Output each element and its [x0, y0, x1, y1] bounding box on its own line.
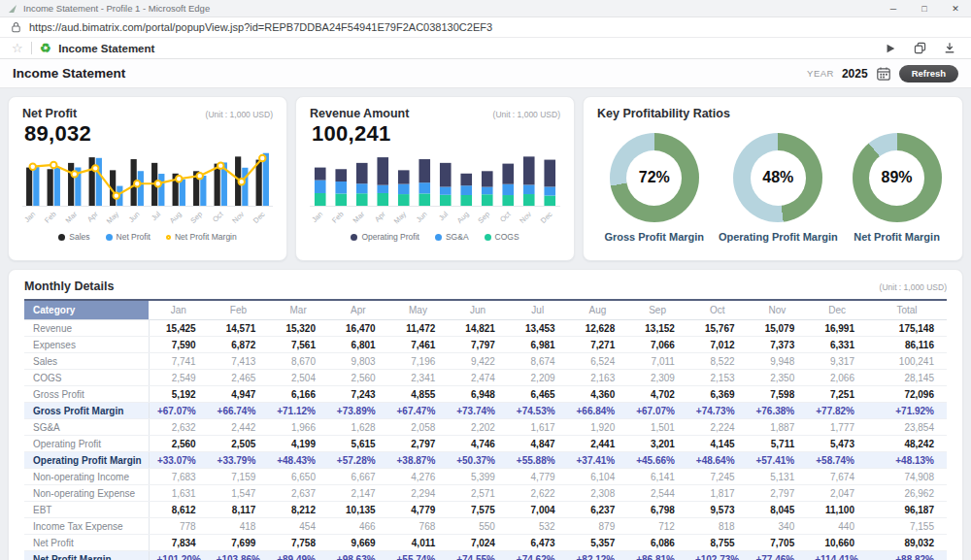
- x-axis-label: Apr: [85, 210, 100, 224]
- legend-item[interactable]: COGS: [485, 232, 519, 242]
- dashboard-content: Net Profit (Unit : 1,000 USD) 89,032 Jan…: [0, 88, 971, 560]
- table-cell: 6,948: [448, 386, 508, 403]
- table-cell: +86.81%: [627, 551, 687, 560]
- table-cell: 2,560: [328, 370, 388, 386]
- table-cell: 2,797: [388, 436, 449, 452]
- legend-item[interactable]: Operating Profit: [351, 232, 419, 242]
- donut-label: Gross Profit Margin: [604, 231, 704, 243]
- table-row: Expenses7,5906,8727,5616,8017,4617,7976,…: [24, 337, 947, 353]
- legend-item[interactable]: Net Profit: [106, 232, 151, 242]
- table-cell: 2,047: [807, 485, 867, 502]
- table-row: Gross Profit5,1924,9476,1667,2434,8556,9…: [24, 386, 947, 403]
- table-row: COGS2,5492,4652,5042,5602,3412,4742,2092…: [24, 370, 947, 386]
- table-cell: 7,834: [149, 535, 209, 551]
- table-cell: 6,667: [328, 469, 388, 485]
- column-header: Feb: [209, 300, 269, 320]
- x-axis-label: Jul: [150, 210, 162, 222]
- table-cell: 2,153: [687, 370, 748, 386]
- table-cell: 2,163: [568, 370, 628, 386]
- table-cell: 2,441: [568, 436, 628, 452]
- table-cell: 532: [508, 518, 568, 535]
- table-cell: +71.92%: [867, 403, 947, 419]
- table-cell: 712: [627, 518, 687, 535]
- page-header: Income Statement YEAR 2025 Refresh: [0, 59, 971, 88]
- donut-label: Net Profit Margin: [854, 231, 940, 243]
- table-cell: 1,501: [627, 419, 687, 436]
- address-bar[interactable]: https://aud.bimatrix.com/portal/popupVie…: [0, 17, 971, 38]
- legend-item[interactable]: Sales: [58, 232, 89, 242]
- legend-item[interactable]: Net Profit Margin: [166, 232, 237, 242]
- x-axis-label: May: [105, 210, 121, 226]
- table-cell: +45.66%: [627, 452, 687, 469]
- close-button[interactable]: ✕: [940, 0, 971, 17]
- favorite-star-icon[interactable]: ☆: [12, 42, 23, 54]
- column-header: Jun: [448, 300, 508, 320]
- year-value[interactable]: 2025: [842, 67, 868, 81]
- column-header: Category: [24, 300, 149, 320]
- table-cell: 7,699: [209, 535, 269, 551]
- table-cell: +82.12%: [568, 551, 628, 560]
- refresh-button[interactable]: Refresh: [899, 65, 958, 82]
- net-profit-value: 89,032: [24, 121, 273, 147]
- column-header: May: [388, 300, 449, 320]
- donut-chart: 72%Gross Profit Margin: [604, 133, 704, 243]
- column-header: Nov: [748, 300, 808, 320]
- table-cell: 6,981: [508, 337, 568, 353]
- table-cell: 175,148: [867, 320, 947, 337]
- table-cell: 7,243: [328, 386, 388, 403]
- download-button[interactable]: [944, 42, 955, 54]
- table-cell: 768: [388, 518, 449, 535]
- table-cell: 16,470: [328, 320, 388, 337]
- legend-label: Net Profit: [117, 232, 151, 242]
- revenue-unit: (Unit : 1,000 USD): [493, 110, 560, 119]
- table-cell: +67.07%: [149, 403, 209, 419]
- minimize-button[interactable]: ─: [878, 0, 909, 17]
- table-cell: 9,573: [687, 502, 748, 518]
- copy-pages-button[interactable]: [914, 42, 926, 54]
- table-cell: 1,777: [807, 419, 867, 436]
- play-button[interactable]: [885, 43, 896, 54]
- table-cell: +98.63%: [328, 551, 388, 560]
- table-cell: 7,196: [388, 353, 449, 370]
- table-cell: 2,474: [448, 370, 508, 386]
- table-cell: 2,294: [388, 485, 449, 502]
- table-cell: 2,066: [807, 370, 867, 386]
- table-cell: 7,066: [627, 337, 687, 353]
- table-cell: 2,058: [388, 419, 449, 436]
- x-axis-label: Aug: [168, 210, 184, 225]
- x-axis-label: Nov: [230, 210, 246, 225]
- donut-value: 72%: [626, 150, 682, 206]
- table-cell: 6,524: [568, 353, 628, 370]
- table-cell: 418: [209, 518, 269, 535]
- table-cell: 778: [149, 518, 209, 535]
- table-cell: 14,571: [209, 320, 269, 337]
- x-axis-label: Jun: [127, 210, 142, 224]
- table-cell: 2,350: [748, 370, 808, 386]
- monthly-details-card: Monthly Details (Unit : 1,000 USD) Categ…: [8, 269, 963, 560]
- table-unit: (Unit : 1,000 USD): [880, 282, 947, 292]
- table-cell: 7,683: [149, 469, 209, 485]
- legend-ring-marker: [166, 235, 171, 240]
- table-cell: 11,100: [807, 502, 867, 518]
- table-header-row: CategoryJanFebMarAprMayJunJulAugSepOctNo…: [24, 300, 947, 320]
- legend-dot-marker: [485, 234, 491, 241]
- table-cell: 6,237: [568, 502, 628, 518]
- table-cell: 8,522: [687, 353, 748, 370]
- table-cell: 1,547: [209, 485, 269, 502]
- row-label: Net Profit Margin: [24, 551, 149, 560]
- table-cell: 1,617: [508, 419, 568, 436]
- table-cell: 7,561: [268, 337, 328, 353]
- table-cell: +33.07%: [149, 452, 209, 469]
- table-cell: 4,702: [627, 386, 687, 403]
- table-cell: 6,473: [508, 535, 568, 551]
- table-cell: 454: [268, 518, 328, 535]
- table-cell: +88.82%: [867, 551, 947, 560]
- maximize-button[interactable]: □: [909, 0, 940, 17]
- legend-item[interactable]: SG&A: [435, 232, 469, 242]
- table-cell: 13,152: [627, 320, 687, 337]
- calendar-icon[interactable]: [876, 66, 891, 82]
- table-cell: +74.55%: [448, 551, 508, 560]
- donut-ring: 72%: [610, 133, 699, 222]
- table-cell: 2,442: [209, 419, 269, 436]
- row-label: Sales: [24, 353, 149, 370]
